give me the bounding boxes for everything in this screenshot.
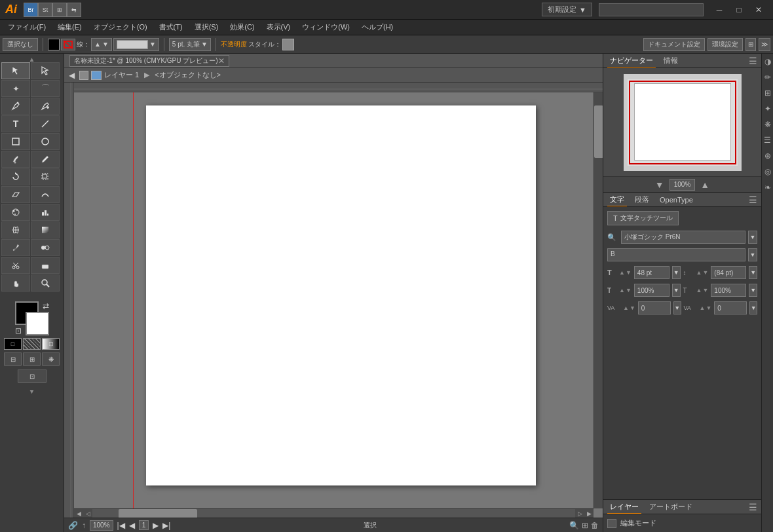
extra-toolbar-btn[interactable]: ≫ [759,38,770,51]
status-save-icon[interactable]: ↑ [82,521,86,530]
right-icon-brush[interactable]: ✏ [763,72,773,83]
leading-dropdown[interactable]: ▼ [749,266,757,279]
menu-type[interactable]: 書式(T) [154,20,188,35]
menu-help[interactable]: ヘルプ(H) [356,20,398,35]
hscroll-right-btn[interactable]: ▶ [584,509,594,518]
pencil-tool[interactable] [31,151,60,168]
opentype-tab[interactable]: OpenType [657,195,696,205]
menu-object[interactable]: オブジェクト(O) [88,20,153,35]
gradient-tool[interactable] [31,221,60,238]
scale-v-dropdown[interactable]: ▼ [749,284,757,297]
fill-icon[interactable]: □ [4,338,22,350]
menu-window[interactable]: ウィンドウ(W) [297,20,355,35]
zoom-display[interactable]: 100% [90,520,113,531]
right-icon-color[interactable]: ◑ [763,56,773,67]
right-icon-align[interactable]: ☰ [763,135,773,145]
lasso-tool[interactable]: ⌒ [31,80,60,97]
tracking-dropdown[interactable]: ▼ [673,301,681,314]
symbol-spray-tool[interactable] [1,204,30,221]
edit-mode-checkbox[interactable] [607,519,616,528]
menu-file[interactable]: ファイル(F) [3,20,51,35]
blend-tool[interactable] [31,239,60,256]
paintbrush-tool[interactable] [1,151,30,168]
status-grid-icon[interactable]: ⊞ [582,521,588,530]
column-graph-tool[interactable] [31,204,60,221]
workspace-btn[interactable]: ⊞ [52,3,67,17]
background-color[interactable] [26,312,49,335]
toolbar-collapse-top[interactable]: ▲ [1,56,62,62]
hscroll-left2-btn[interactable]: ◁ [83,509,92,518]
magic-wand-tool[interactable]: ✦ [1,80,30,97]
rotate-tool[interactable] [1,168,30,185]
scale-tool[interactable] [31,168,60,185]
selection-tool[interactable] [1,62,30,79]
line-tool[interactable] [31,115,60,132]
doc-tab-close[interactable]: ✕ [218,56,225,66]
pen-tool[interactable] [1,98,30,115]
symbol-btn[interactable]: ❋ [42,352,60,366]
minimize-button[interactable]: ─ [710,3,728,17]
reset-colors-icon[interactable]: ⊡ [15,326,22,335]
char-panel-menu-btn[interactable]: ☰ [749,195,757,205]
font-size-dropdown[interactable]: ▼ [672,266,681,279]
font-style-input[interactable]: B [607,248,745,261]
stroke-icon[interactable] [61,39,75,50]
info-tab[interactable]: 情報 [661,54,681,67]
right-icon-grid[interactable]: ⊞ [763,88,773,98]
prefs-button[interactable]: 環境設定 [707,38,743,51]
menu-effect[interactable]: 効果(C) [225,20,259,35]
leading-input[interactable]: (84 pt) [711,266,746,279]
scale-h-input[interactable]: 100% [634,284,669,297]
eyedropper-tool[interactable] [1,239,30,256]
para-tab[interactable]: 段落 [632,193,652,206]
zoom-tool[interactable] [31,275,60,292]
nav-panel-menu-btn[interactable]: ☰ [749,56,757,66]
menu-edit[interactable]: 編集(E) [52,20,87,35]
canvas-area[interactable]: ◀ ◁ ▷ ▶ [74,92,603,518]
arrange-btn[interactable]: ⇆ [67,3,81,17]
vscrollbar[interactable] [594,92,603,508]
nav-zoom-value[interactable]: 100% [669,179,696,191]
shear-tool[interactable] [1,186,30,203]
arrange-docs-btn[interactable]: ⊞ [745,38,756,51]
hscrollbar-thumb[interactable] [119,509,197,518]
screen-mode-btn[interactable]: ⊡ [18,370,47,383]
artboard-tab[interactable]: アートボード [647,501,695,513]
eraser-tool[interactable] [31,257,60,274]
layer-nav-left[interactable]: ◀ [67,71,77,80]
font-size-input[interactable]: 48 pt [634,266,669,279]
right-icon-pathos[interactable]: ◎ [763,166,773,177]
br-icon-btn[interactable]: Br [24,3,38,17]
layers-tab[interactable]: レイヤー [607,501,641,514]
search-input[interactable] [599,3,704,16]
status-nav-next[interactable]: ▶ [153,521,159,530]
layer-name-label[interactable]: レイヤー 1 [104,70,139,80]
scissors-tool[interactable] [1,257,30,274]
font-name-input[interactable]: 小塚ゴシック Pr6N [621,231,745,244]
swap-colors-icon[interactable]: ⇄ [43,301,49,311]
status-nav-first[interactable]: |◀ [117,521,125,530]
touch-type-btn[interactable]: T 文字タッチツール [607,211,679,225]
vscrollbar-thumb[interactable] [594,105,603,158]
workspace-label[interactable]: 初期設定 ▼ [542,3,592,16]
hscroll-left-btn[interactable]: ◀ [74,509,83,518]
none-icon[interactable] [23,338,41,350]
stroke-color-select[interactable]: ▼ [113,38,159,51]
fill-color-swatch[interactable] [48,39,60,50]
layer-visibility-icon[interactable] [79,71,88,80]
tracking-input[interactable]: 0 [638,301,671,314]
status-link-icon[interactable]: 🔗 [68,521,78,530]
hscroll-right2-btn[interactable]: ▷ [575,509,584,518]
ellipse-tool[interactable] [31,133,60,150]
status-nav-last[interactable]: ▶| [162,521,170,530]
mesh-tool[interactable] [1,221,30,238]
font-name-dropdown[interactable]: ▼ [748,231,757,244]
char-tab[interactable]: 文字 [607,193,627,206]
hand-tool[interactable] [1,275,30,292]
layers-view-btn[interactable]: ⊟ [4,352,22,366]
nav-zoom-out-btn[interactable]: ▼ [655,180,664,190]
toolbar-collapse-bottom[interactable]: ▼ [1,389,62,394]
status-page[interactable]: 1 [139,520,149,530]
baseline-input[interactable]: 0 [714,301,747,314]
scale-v-input[interactable]: 100% [711,284,746,297]
